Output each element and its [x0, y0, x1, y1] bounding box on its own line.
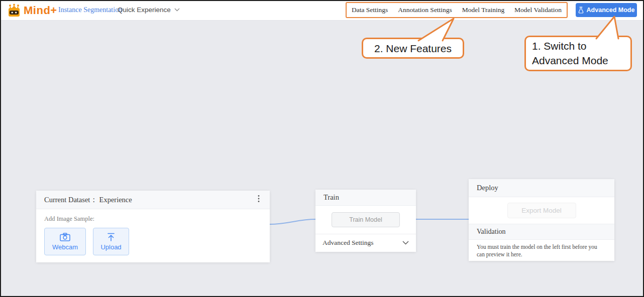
menu-item-model-validation[interactable]: Model Validation — [514, 6, 562, 14]
callout-new-features-text: 2. New Features — [374, 41, 452, 56]
train-card-title: Train — [324, 193, 339, 202]
dataset-card-title: Current Dataset： Experience — [44, 195, 132, 205]
mode-dropdown[interactable]: Quick Experience — [118, 6, 180, 14]
mindplus-robot-icon — [7, 4, 21, 18]
advanced-settings-row[interactable]: Advanced Settings — [315, 234, 416, 251]
project-name-link[interactable]: Instance Segmentation — [58, 6, 122, 14]
advanced-settings-label: Advanced Settings — [323, 239, 374, 247]
add-image-sample-label: Add Image Sample: — [44, 215, 270, 223]
top-bar: Mind+ Instance Segmentation Quick Experi… — [1, 1, 643, 21]
dataset-card: Current Dataset： Experience Add Image Sa… — [36, 191, 270, 262]
advanced-mode-label: Advanced Mode — [587, 7, 635, 14]
deploy-card: Deploy Export Model Validation You must … — [469, 179, 614, 261]
chevron-down-icon — [174, 8, 180, 12]
camera-icon — [60, 233, 70, 241]
callout-new-features: 2. New Features — [362, 38, 464, 59]
menu-item-annotation-settings[interactable]: Annotation Settings — [398, 6, 452, 14]
train-card: Train Train Model Advanced Settings — [315, 190, 416, 252]
webcam-button[interactable]: Webcam — [44, 228, 86, 255]
menu-item-data-settings[interactable]: Data Settings — [352, 6, 388, 14]
callout-switch-advanced-mode: 1. Switch to Advanced Mode — [524, 36, 632, 71]
webcam-button-label: Webcam — [52, 243, 78, 251]
deploy-card-header: Deploy — [469, 179, 614, 197]
validation-title: Validation — [477, 228, 506, 236]
logo-wordmark: Mind+ — [24, 4, 57, 17]
advanced-mode-button[interactable]: Advanced Mode — [576, 3, 637, 17]
feature-menu-highlight-box: Data Settings Annotation Settings Model … — [346, 2, 568, 18]
sample-source-buttons: Webcam Upload — [44, 228, 270, 255]
validation-message: You must train the model on the left fir… — [469, 240, 614, 258]
export-model-button[interactable]: Export Model — [507, 203, 576, 218]
train-model-button[interactable]: Train Model — [332, 212, 400, 227]
dataset-card-header: Current Dataset： Experience — [36, 191, 270, 209]
deploy-card-title: Deploy — [477, 184, 498, 192]
app-window: Mind+ Instance Segmentation Quick Experi… — [0, 0, 644, 297]
kebab-menu-icon[interactable] — [256, 194, 262, 206]
mode-dropdown-label: Quick Experience — [118, 6, 171, 14]
upload-button-label: Upload — [100, 243, 121, 251]
app-logo: Mind+ — [7, 4, 57, 18]
upload-button[interactable]: Upload — [93, 228, 129, 255]
flask-icon — [578, 7, 584, 14]
deploy-card-body: Export Model — [469, 197, 614, 224]
upload-icon — [106, 233, 116, 241]
callout-switch-advanced-mode-text: 1. Switch to Advanced Mode — [532, 40, 608, 66]
menu-item-model-training[interactable]: Model Training — [462, 6, 504, 14]
validation-section-header: Validation — [469, 224, 614, 240]
chevron-down-icon — [402, 241, 409, 245]
train-card-header: Train — [315, 190, 416, 206]
train-card-body: Train Model — [315, 206, 416, 234]
